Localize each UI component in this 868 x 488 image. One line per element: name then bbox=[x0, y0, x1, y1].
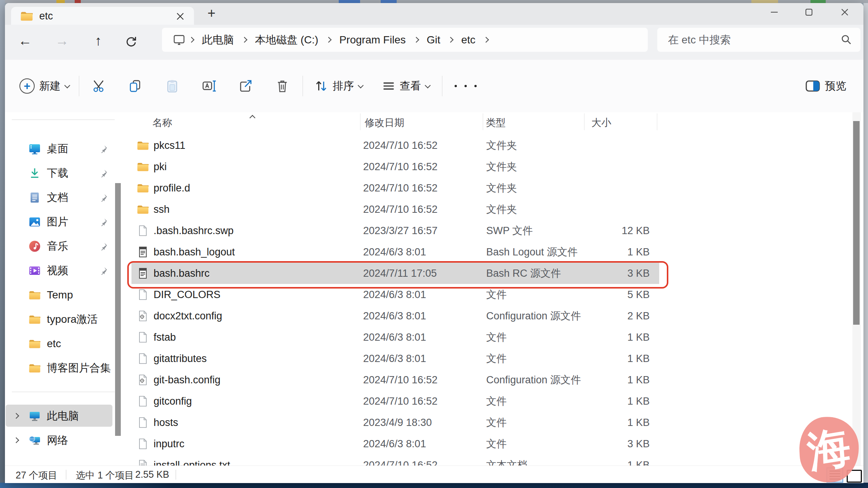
table-row[interactable]: inputrc 2024/6/3 8:01 文件 3 KB bbox=[131, 433, 659, 455]
more-options-button[interactable] bbox=[453, 75, 478, 97]
pin-icon bbox=[99, 193, 108, 202]
cut-button[interactable] bbox=[93, 75, 108, 97]
column-header-name[interactable]: 名称 bbox=[152, 116, 172, 129]
refresh-icon[interactable] bbox=[125, 35, 138, 48]
pin-icon bbox=[99, 218, 108, 226]
file-icon bbox=[137, 332, 149, 343]
sidebar-scrollbar[interactable] bbox=[115, 183, 121, 436]
table-row[interactable]: .bash.bashrc.swp 2023/3/27 16:57 SWP 文件 … bbox=[131, 220, 659, 241]
preview-label: 预览 bbox=[825, 79, 846, 93]
folder-icon bbox=[137, 182, 149, 194]
view-button[interactable]: 查看 bbox=[382, 75, 430, 97]
pin-icon bbox=[99, 266, 108, 275]
column-header-row: 名称 修改日期 类型 大小 bbox=[122, 112, 863, 131]
toolbar: + 新建 排序 查看 bbox=[5, 60, 863, 113]
breadcrumb-program-files[interactable]: Program Files bbox=[335, 34, 410, 46]
file-icon bbox=[137, 289, 149, 300]
table-row[interactable]: pki 2024/7/10 16:52 文件夹 bbox=[131, 156, 659, 177]
table-row[interactable]: pkcs11 2024/7/10 16:52 文件夹 bbox=[131, 135, 659, 156]
chevron-down-icon bbox=[64, 82, 70, 88]
close-button[interactable] bbox=[839, 6, 851, 18]
music-icon bbox=[29, 240, 41, 252]
table-row[interactable]: profile.d 2024/7/10 16:52 文件夹 bbox=[131, 177, 659, 199]
table-row[interactable]: ssh 2024/7/10 16:52 文件夹 bbox=[131, 199, 659, 220]
pictures-icon bbox=[29, 216, 41, 228]
minimize-button[interactable] bbox=[768, 6, 780, 18]
copy-button[interactable] bbox=[128, 75, 144, 97]
scrollbar-thumb[interactable] bbox=[853, 121, 860, 325]
sidebar-item-typora[interactable]: typora激活 bbox=[5, 309, 122, 329]
sort-ascending-icon bbox=[250, 115, 255, 121]
chevron-right-icon bbox=[239, 38, 250, 42]
rename-button[interactable] bbox=[202, 75, 219, 97]
sidebar-item-videos[interactable]: 视频 bbox=[5, 261, 122, 281]
config-file-icon bbox=[137, 310, 149, 322]
up-button[interactable]: ↑ bbox=[88, 30, 109, 51]
pin-icon bbox=[99, 242, 108, 250]
column-header-type[interactable]: 类型 bbox=[486, 116, 506, 129]
new-label: 新建 bbox=[39, 79, 61, 93]
view-label: 查看 bbox=[400, 79, 421, 93]
preview-button[interactable]: 预览 bbox=[805, 75, 846, 97]
search-box[interactable] bbox=[657, 28, 860, 52]
chevron-right-icon[interactable] bbox=[14, 413, 18, 419]
sidebar-item-music[interactable]: 音乐 bbox=[5, 236, 122, 256]
desktop-right-edge bbox=[863, 3, 868, 483]
chevron-right-icon[interactable] bbox=[14, 437, 18, 444]
share-button[interactable] bbox=[239, 75, 254, 97]
forward-button[interactable]: → bbox=[51, 30, 73, 51]
file-icon bbox=[137, 417, 149, 428]
sidebar-item-temp[interactable]: Temp bbox=[5, 285, 122, 305]
file-explorer-window: etc + ← → ↑ 此电脑 本地磁盘 (C:) Program Files bbox=[5, 3, 863, 483]
tab-close-icon[interactable] bbox=[175, 11, 186, 22]
config-file-icon bbox=[137, 374, 149, 386]
sidebar-item-documents[interactable]: 文档 bbox=[5, 188, 122, 207]
selection-size: 2.55 KB bbox=[135, 469, 169, 480]
breadcrumb-git[interactable]: Git bbox=[422, 34, 445, 46]
new-button[interactable]: + 新建 bbox=[19, 75, 69, 97]
sidebar-item-downloads[interactable]: 下载 bbox=[5, 163, 122, 183]
sidebar-item-etc[interactable]: etc bbox=[5, 334, 122, 354]
chevron-down-icon bbox=[425, 82, 431, 88]
folder-icon bbox=[20, 10, 33, 22]
breadcrumb-etc[interactable]: etc bbox=[456, 34, 480, 46]
table-row[interactable]: gitattributes 2024/6/3 8:01 文件 1 KB bbox=[131, 348, 659, 369]
breadcrumb[interactable]: 此电脑 本地磁盘 (C:) Program Files Git etc bbox=[162, 28, 648, 52]
breadcrumb-local-disk-c[interactable]: 本地磁盘 (C:) bbox=[250, 33, 323, 47]
column-header-date[interactable]: 修改日期 bbox=[365, 116, 404, 129]
file-list-scrollbar[interactable] bbox=[852, 112, 861, 469]
search-icon[interactable] bbox=[841, 34, 852, 45]
network-icon bbox=[29, 434, 41, 447]
sidebar-item-desktop[interactable]: 桌面 bbox=[5, 139, 122, 159]
column-header-size[interactable]: 大小 bbox=[591, 116, 611, 129]
search-input[interactable] bbox=[667, 32, 829, 48]
table-row[interactable]: docx2txt.config 2024/6/3 8:01 Configurat… bbox=[131, 305, 659, 327]
sort-button[interactable]: 排序 bbox=[314, 75, 363, 97]
tab-etc[interactable]: etc bbox=[11, 7, 194, 25]
breadcrumb-this-pc[interactable]: 此电脑 bbox=[197, 33, 239, 47]
delete-button[interactable] bbox=[276, 75, 290, 97]
chevron-right-icon bbox=[186, 38, 197, 42]
navigation-bar: ← → ↑ 此电脑 本地磁盘 (C:) Program Files Git et… bbox=[5, 25, 863, 60]
file-icon bbox=[137, 353, 149, 364]
paste-button[interactable] bbox=[165, 75, 181, 97]
file-list-area: 名称 修改日期 类型 大小 pkcs11 2024/7/10 16:52 文件夹… bbox=[122, 112, 863, 469]
chevron-right-icon bbox=[445, 38, 456, 42]
folder-icon bbox=[137, 204, 149, 215]
file-icon bbox=[137, 396, 149, 407]
sort-label: 排序 bbox=[333, 79, 354, 93]
table-row[interactable]: bash.bash_logout 2024/6/3 8:01 Bash Logo… bbox=[131, 241, 659, 263]
table-row[interactable]: gitconfig 2024/7/10 16:52 文件 1 KB bbox=[131, 391, 659, 412]
table-row[interactable]: git-bash.config 2024/7/10 16:52 Configur… bbox=[131, 369, 659, 391]
back-button[interactable]: ← bbox=[14, 30, 36, 51]
sidebar-item-blog-images[interactable]: 博客图片合集 bbox=[5, 358, 122, 378]
red-annotation-box bbox=[127, 261, 668, 289]
table-row[interactable]: hosts 2023/4/9 18:30 文件 1 KB bbox=[131, 412, 659, 433]
maximize-button[interactable] bbox=[803, 6, 815, 18]
sidebar-item-pictures[interactable]: 图片 bbox=[5, 212, 122, 232]
sidebar-item-this-pc[interactable]: 此电脑 bbox=[5, 406, 122, 426]
new-tab-button[interactable]: + bbox=[206, 8, 217, 19]
tab-label: etc bbox=[39, 10, 53, 22]
sidebar-item-network[interactable]: 网络 bbox=[5, 431, 122, 450]
table-row[interactable]: fstab 2024/6/3 8:01 文件 1 KB bbox=[131, 327, 659, 348]
